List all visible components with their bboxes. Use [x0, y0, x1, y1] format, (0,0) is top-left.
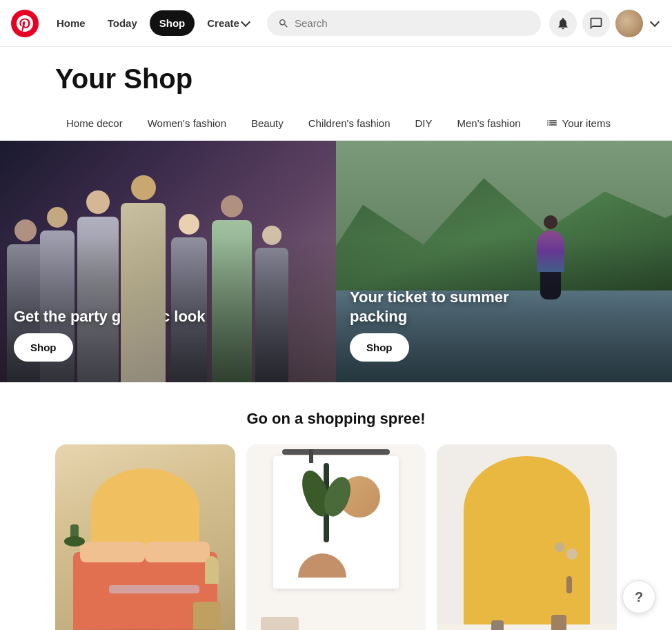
pinterest-icon: [17, 15, 33, 32]
vase: [551, 615, 566, 630]
avatar-image: [615, 10, 643, 37]
shop-card-1[interactable]: [55, 444, 235, 630]
cat-diy[interactable]: DIY: [404, 112, 443, 135]
room1-scene: [55, 444, 235, 630]
nav-home[interactable]: Home: [47, 10, 95, 36]
search-input[interactable]: [295, 17, 530, 29]
shop-card-2[interactable]: [246, 444, 426, 630]
flower-1: [566, 549, 577, 560]
light-spot: [309, 449, 313, 463]
shopping-section: Go on a shopping spree!: [0, 382, 672, 630]
track-light: [282, 449, 390, 455]
cat-beauty[interactable]: Beauty: [240, 112, 295, 135]
search-bar[interactable]: [267, 10, 541, 36]
pillow-right: [145, 542, 210, 562]
cat-your-items[interactable]: Your items: [535, 111, 622, 135]
hero-left: Get the party girl chic look Shop: [0, 141, 336, 382]
bell-icon: [556, 17, 570, 30]
chat-icon: [589, 17, 603, 30]
wall-art: [273, 456, 399, 588]
header-actions: [549, 10, 661, 37]
hero-right-shop-button[interactable]: Shop: [350, 333, 409, 362]
shop-title-section: Your Shop: [0, 47, 672, 106]
category-nav: Home decor Women's fashion Beauty Childr…: [0, 106, 672, 141]
shop-card-3[interactable]: [437, 444, 617, 630]
floor: [437, 624, 617, 630]
hero-right: Your ticket to summer packing Shop: [336, 141, 672, 382]
cat-mens-fashion[interactable]: Men's fashion: [446, 112, 532, 135]
nav-today[interactable]: Today: [98, 10, 147, 36]
lamp: [205, 556, 219, 584]
shopping-grid: [55, 444, 617, 630]
help-button[interactable]: ?: [622, 580, 655, 613]
bedside-table: [193, 602, 221, 630]
cat-childrens-fashion[interactable]: Children's fashion: [297, 112, 402, 135]
nav-create[interactable]: Create: [197, 10, 259, 36]
shopping-spree-title: Go on a shopping spree!: [55, 410, 617, 428]
room3-scene: [437, 444, 617, 630]
hero-right-title: Your ticket to summer packing: [350, 288, 543, 327]
account-dropdown-button[interactable]: [649, 16, 661, 30]
pillow-left: [80, 542, 145, 562]
header: Home Today Shop Create: [0, 0, 672, 47]
account-chevron-icon: [650, 17, 660, 27]
cat-womens-fashion[interactable]: Women's fashion: [137, 112, 237, 135]
main-content: Your Shop Home decor Women's fashion Bea…: [0, 47, 672, 630]
stem: [566, 576, 572, 593]
nav-shop[interactable]: Shop: [150, 10, 195, 36]
vase-2: [491, 620, 504, 630]
chair: [261, 617, 299, 630]
notifications-button[interactable]: [549, 10, 577, 37]
create-dropdown-icon: [241, 17, 250, 27]
room2-scene: [246, 444, 426, 630]
hero-left-title: Get the party girl chic look: [14, 307, 206, 327]
shop-title: Your Shop: [55, 63, 617, 95]
cat-home-decor[interactable]: Home decor: [55, 112, 134, 135]
avatar[interactable]: [615, 10, 643, 37]
messages-button[interactable]: [582, 10, 610, 37]
plant: [64, 524, 85, 552]
search-icon: [278, 18, 289, 29]
hero-section: Get the party girl chic look Shop Your t…: [0, 141, 672, 382]
hero-left-shop-button[interactable]: Shop: [14, 333, 73, 362]
arch: [464, 456, 589, 630]
list-icon: [546, 117, 558, 129]
figure-4: [121, 175, 166, 382]
main-nav: Home Today Shop Create: [47, 10, 259, 36]
pinterest-logo[interactable]: [11, 10, 39, 37]
person-in-bed: [109, 585, 199, 593]
